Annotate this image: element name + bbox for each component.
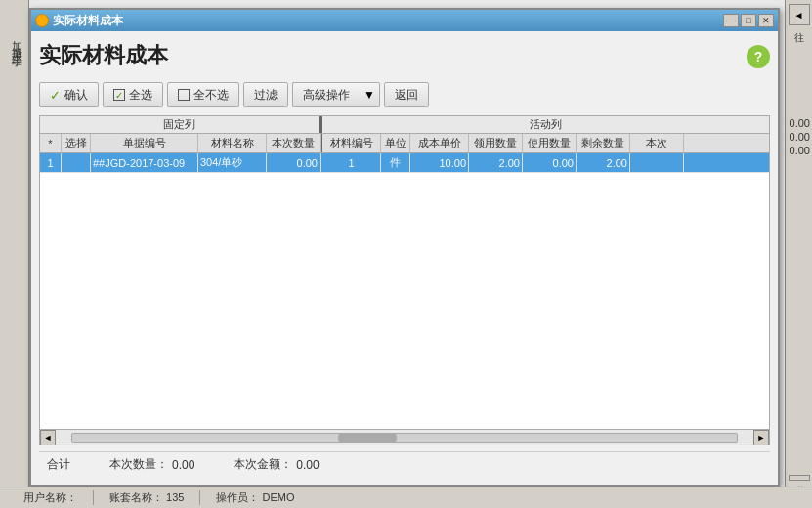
td-recvqty: 2.00 <box>469 153 523 172</box>
td-docno: ##JGD-2017-03-09 <box>91 153 198 172</box>
minimize-button[interactable]: — <box>723 14 739 27</box>
td-useqty: 0.00 <box>523 153 577 172</box>
fixed-col-label: 固定列 <box>40 116 321 133</box>
td-rownum: 1 <box>40 153 62 172</box>
status-operator: 操作员： DEMO <box>200 490 310 505</box>
status-bar: 用户名称： 账套名称： 135 操作员： DEMO <box>0 487 812 508</box>
return-label: 返回 <box>395 87 418 104</box>
scroll-right-button[interactable]: ► <box>753 430 769 445</box>
advanced-button-group: 高级操作 ▼ <box>292 82 380 107</box>
right-val-2: 0.00 <box>790 131 810 143</box>
td-select[interactable] <box>62 153 91 172</box>
advanced-button[interactable]: 高级操作 <box>292 82 360 107</box>
return-button[interactable]: 返回 <box>384 82 429 107</box>
scroll-left-button[interactable]: ◄ <box>40 430 56 445</box>
filter-button[interactable]: 过滤 <box>243 82 288 107</box>
operator-label: 操作员： <box>216 491 259 503</box>
th-rownum: * <box>40 134 62 152</box>
th-docno: 单据编号 <box>91 134 198 152</box>
right-val-3: 0.00 <box>790 145 810 156</box>
right-val-1: 0.00 <box>790 117 810 129</box>
dialog-content: 实际材料成本 ? ✓ 确认 ✓ 全选 全不选 过滤 <box>31 31 778 485</box>
select-all-label: 全选 <box>129 87 152 104</box>
total-label: 合计 <box>47 456 70 473</box>
this-amt-value: 0.00 <box>296 458 319 472</box>
window-title: 实际材料成本 <box>53 13 123 29</box>
td-remqty: 2.00 <box>577 153 630 172</box>
close-button[interactable]: ✕ <box>758 14 774 27</box>
title-bar: 实际材料成本 — □ ✕ <box>31 10 778 31</box>
th-thisamt: 本次 <box>630 134 684 152</box>
td-matname: 304/单砂 <box>198 153 267 172</box>
th-remqty: 剩余数量 <box>577 134 630 152</box>
username-label: 用户名称： <box>23 491 77 503</box>
right-values: 0.00 0.00 0.00 <box>790 117 810 156</box>
right-nav: ◄ 往 <box>786 0 812 49</box>
th-costunit: 成本单价 <box>410 134 469 152</box>
left-label-doc: 单据 <box>2 37 26 41</box>
th-useqty: 使用数量 <box>523 134 577 152</box>
left-label-handler: 经手 <box>2 45 26 49</box>
page-title: 实际材料成本 <box>39 39 168 74</box>
this-qty-label: 本次数量： <box>109 456 168 473</box>
th-recvqty: 领用数量 <box>469 134 523 152</box>
title-icon <box>35 14 49 27</box>
nav-arrow-button[interactable]: ◄ <box>789 4 810 25</box>
this-amt-label: 本次金额： <box>234 456 292 473</box>
left-label-add: 加 <box>2 29 26 33</box>
main-dialog: 实际材料成本 — □ ✕ 实际材料成本 ? ✓ 确认 ✓ 全选 <box>29 8 780 487</box>
th-matname: 材料名称 <box>198 134 267 152</box>
right-top-label: 往 <box>794 31 804 45</box>
footer-totals: 合计 本次数量： 0.00 本次金额： 0.00 <box>39 451 770 477</box>
operator-value: DEMO <box>262 491 294 503</box>
col-group-header: 固定列 活动列 <box>40 116 769 134</box>
table-container: 固定列 活动列 * 选择 单据编号 材料名称 本次数量 材料编号 单位 成本单价… <box>39 115 770 445</box>
footer-qty: 本次数量： 0.00 <box>109 456 194 473</box>
help-icon[interactable]: ? <box>747 45 770 68</box>
account-label: 账套名称： <box>109 491 163 503</box>
check-icon: ✓ <box>50 88 61 103</box>
th-matcode: 材料编号 <box>322 134 381 152</box>
maximize-button[interactable]: □ <box>741 14 756 27</box>
confirm-label: 确认 <box>64 87 88 104</box>
horizontal-scrollbar[interactable]: ◄ ► <box>40 429 769 444</box>
left-sidebar: 加 单据 经手 <box>0 0 29 508</box>
account-value: 135 <box>166 491 184 503</box>
advanced-label: 高级操作 <box>303 87 350 104</box>
left-labels: 加 单据 经手 <box>0 0 28 53</box>
footer-amt: 本次金额： 0.00 <box>234 456 319 473</box>
right-sidebar: ◄ 往 0.00 0.00 0.00 存入草稿 <box>785 0 812 508</box>
td-thisamt <box>630 153 684 172</box>
confirm-button[interactable]: ✓ 确认 <box>39 82 99 107</box>
scroll-thumb[interactable] <box>338 434 397 442</box>
deselect-all-label: 全不选 <box>193 87 229 104</box>
th-thisqty: 本次数量 <box>267 134 321 152</box>
scroll-track[interactable] <box>71 433 738 443</box>
td-costunit: 10.00 <box>410 153 469 172</box>
toolbar: ✓ 确认 ✓ 全选 全不选 过滤 高级操作 ▼ <box>39 80 770 109</box>
empty-checkbox-icon <box>178 89 190 101</box>
title-controls: — □ ✕ <box>723 14 774 27</box>
table-row[interactable]: 1 ##JGD-2017-03-09 304/单砂 0.00 1 件 10.00… <box>40 153 769 173</box>
deselect-all-button[interactable]: 全不选 <box>167 82 239 107</box>
this-qty-value: 0.00 <box>172 458 194 472</box>
table-body: 1 ##JGD-2017-03-09 304/单砂 0.00 1 件 10.00… <box>40 153 769 429</box>
th-unit: 单位 <box>381 134 410 152</box>
table-header: * 选择 单据编号 材料名称 本次数量 材料编号 单位 成本单价 领用数量 使用… <box>40 134 769 153</box>
td-unit: 件 <box>381 153 410 172</box>
active-col-label: 活动列 <box>322 116 769 133</box>
td-thisqty: 0.00 <box>267 153 321 172</box>
th-select: 选择 <box>62 134 91 152</box>
status-account: 账套名称： 135 <box>94 490 200 505</box>
checkbox-icon: ✓ <box>113 89 125 101</box>
advanced-dropdown-button[interactable]: ▼ <box>360 82 380 107</box>
td-matcode: 1 <box>322 153 381 172</box>
select-all-button[interactable]: ✓ 全选 <box>103 82 163 107</box>
save-draft-button[interactable]: 存入草稿 <box>789 475 810 481</box>
title-bar-left: 实际材料成本 <box>35 13 123 29</box>
filter-label: 过滤 <box>254 87 278 104</box>
status-username: 用户名称： <box>8 490 94 505</box>
